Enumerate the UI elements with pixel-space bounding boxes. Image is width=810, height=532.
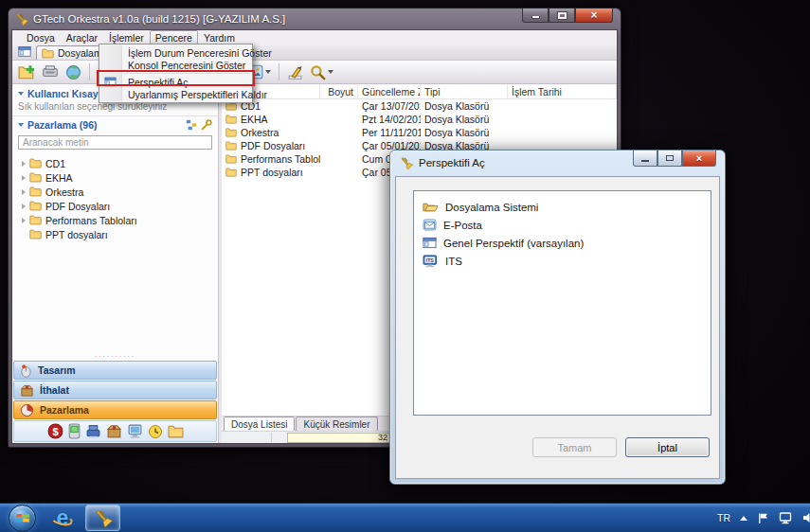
menu-dosya[interactable]: Dosya [21,30,61,45]
expander-icon[interactable] [22,161,26,167]
expander-icon[interactable] [22,175,26,181]
menu-item-uyarlanmis[interactable]: Uyarlanmış Perspektifleri Kaldır [99,88,252,100]
folder-icon [29,201,42,211]
printer-icon[interactable] [85,423,101,439]
list-item-dosyalama-sistemi[interactable]: Dosyalama Sistemi [414,198,711,216]
list-item-genel-perspektif[interactable]: Genel Perspektif (varsayılan) [414,234,711,252]
expander-icon[interactable] [22,189,26,195]
folder-icon [29,215,42,225]
maximize-button[interactable] [657,151,682,167]
search-icon [310,64,326,80]
computer-icon[interactable] [127,424,143,439]
row-type: Dosya Klasörü [421,100,508,112]
expander-icon[interactable] [22,218,26,223]
expander-icon[interactable] [22,204,26,209]
tree-item-ppt[interactable]: PPT dosyaları [12,227,218,241]
start-button[interactable] [9,505,36,532]
tree-item-pdf[interactable]: PDF Dosyaları [12,199,218,213]
list-item-e-posta[interactable]: E-Posta [414,216,711,234]
tree-item-cd1[interactable]: CD1 [12,156,218,170]
folder-icon [225,168,237,177]
show-hidden-icons-button[interactable] [740,516,747,521]
network-icon[interactable] [779,511,792,524]
clock-icon[interactable] [148,424,163,439]
panel-ithalat[interactable]: İthalat [13,381,217,399]
taskbar: e TR [0,503,810,532]
orkestra-taskbar-button[interactable] [85,505,120,531]
column-op-date[interactable]: İşlem Tarihi [508,84,617,98]
panel-tasarim[interactable]: Tasarım [13,361,217,380]
panel-icon-strip [13,420,217,442]
table-row[interactable]: EKHA Pzt 14/02/2011... Dosya Klasörü [222,113,617,126]
close-button[interactable]: × [682,151,716,167]
sign-button[interactable] [285,62,305,82]
tab-dosya-listesi[interactable]: Dosya Listesi [224,417,295,431]
close-button[interactable]: × [575,9,613,23]
search-input[interactable] [18,135,212,150]
device-icon [42,64,59,80]
tree-item-orkestra[interactable]: Orkestra [12,185,218,199]
web-button[interactable] [63,62,83,82]
pen-icon [287,64,303,80]
minimize-button[interactable] [633,151,657,167]
column-size[interactable]: Boyut [320,84,358,98]
speaker-icon[interactable] [801,511,810,524]
phone-icon[interactable] [68,423,81,439]
new-folder-button[interactable] [16,62,37,82]
list-item-label: Dosyalama Sistemi [445,202,538,213]
panel-pazarlama[interactable]: Pazarlama [13,400,217,419]
annotation-red-box [97,70,255,86]
row-updated: Çar 13/07/201... [358,100,421,112]
folder-icon [225,128,237,137]
column-type[interactable]: Tipi [421,84,508,98]
list-item-label: Genel Perspektif (varsayılan) [443,238,584,249]
row-name: Orkestra [241,127,279,138]
dropdown-caret-icon[interactable] [328,70,333,74]
section-pazarlama-header[interactable]: Pazarlama (96) [12,115,218,133]
tools-icon[interactable] [201,119,212,131]
internet-explorer-button[interactable]: e [46,505,79,531]
menu-araclar[interactable]: Araçlar [61,30,103,45]
panel-drag-handle[interactable]: ·········· [12,352,218,360]
money-icon[interactable] [47,423,63,439]
iptal-button[interactable]: İptal [625,437,710,457]
sidebar: Kullanıcı Kısayolları Sık kullanılan seç… [12,84,219,443]
dialog-titlebar[interactable]: Perspektifi Aç [400,156,485,169]
minimize-button[interactable] [522,9,549,23]
menu-item-islem-durum[interactable]: İşlem Durum Penceresini Göster [99,46,252,59]
dialog-body: Dosyalama Sistemi E-Posta Genel Perspekt… [395,176,720,479]
titlebar[interactable]: GTech Orkestra v1.0a (build 1215) [G-YAZ… [9,9,621,29]
table-row[interactable]: Orkestra Per 11/11/201... Dosya Klasörü [222,126,617,139]
device-button[interactable] [40,62,61,82]
window-icon [423,237,437,249]
dialog-title: Perspektifi Aç [419,157,485,168]
row-name: EKHA [241,114,268,125]
tree-item-performans[interactable]: Performans Tabloları [12,213,218,227]
folder-icon [29,186,42,197]
language-indicator[interactable]: TR [717,512,730,523]
table-row[interactable]: CD1 Çar 13/07/201... Dosya Klasörü [222,99,617,113]
column-updated[interactable]: Güncelleme Za... [358,84,421,98]
folder-icon[interactable] [168,425,184,438]
search-tool-button[interactable] [308,62,335,82]
tree-item-ekha[interactable]: EKHA [12,170,218,185]
tab-kucuk-resimler[interactable]: Küçük Resimler [296,417,377,431]
row-type: Dosya Klasörü [421,114,508,125]
package-icon[interactable] [106,424,122,438]
row-updated: Per 11/11/201... [358,127,421,138]
globe-icon [65,64,81,80]
panel-label: Pazarlama [40,404,89,416]
maximize-button[interactable] [549,9,575,23]
folder-tree: CD1 EKHA Orkestra [12,154,218,352]
file-list-header: Boyut Güncelleme Za... Tipi İşlem Tarihi [222,84,617,99]
tree-item-label: EKHA [45,172,73,184]
folder-icon [42,48,54,59]
dropdown-caret-icon[interactable] [265,70,271,74]
action-center-flag-icon[interactable] [757,512,769,524]
chevron-down-icon [18,123,24,127]
list-item-its[interactable]: ITS [414,252,711,270]
maximize-icon [666,155,674,161]
tamam-button[interactable]: Tamam [532,437,617,457]
hierarchy-icon[interactable] [186,119,197,131]
perspective-switch-icon[interactable] [18,45,31,58]
